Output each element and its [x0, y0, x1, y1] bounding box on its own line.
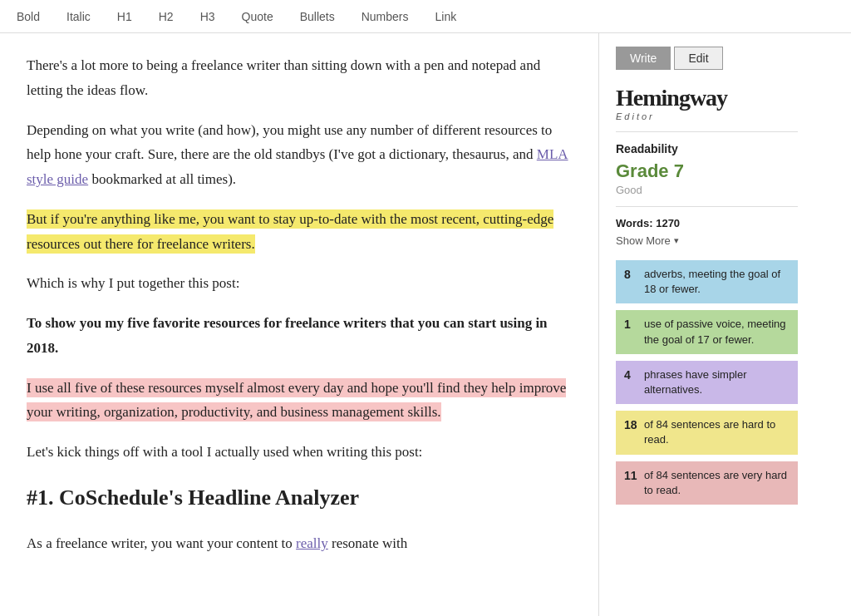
stat-simpler-text: phrases have simpler alternatives. [644, 367, 790, 397]
stat-cards: 8 adverbs, meeting the goal of 18 or few… [616, 260, 798, 505]
grade-label: Good [616, 184, 798, 196]
paragraph-6-highlighted: I use all five of these resources myself… [27, 376, 572, 426]
h3-button[interactable]: H3 [197, 8, 219, 25]
readability-label: Readability [616, 142, 798, 155]
paragraph-2-after: bookmarked at all times). [88, 171, 236, 187]
stat-very-hard-text: of 84 sentences are very hard to read. [644, 468, 790, 498]
main-layout: There's a lot more to being a freelance … [0, 33, 851, 616]
highlighted-text-pink: I use all five of these resources myself… [27, 378, 566, 422]
stat-adverbs-num: 8 [624, 267, 639, 283]
h1-button[interactable]: H1 [114, 8, 135, 25]
numbers-button[interactable]: Numbers [358, 8, 412, 25]
edit-tab[interactable]: Edit [674, 47, 722, 70]
paragraph-2-before: Depending on what you write (and how), y… [27, 122, 552, 163]
bold-text: To show you my five favorite resources f… [27, 315, 548, 356]
toolbar: Bold Italic H1 H2 H3 Quote Bullets Numbe… [0, 0, 851, 33]
app-branding: Hemingway Editor [616, 86, 798, 121]
app-title: Hemingway [616, 86, 798, 110]
stat-adverbs: 8 adverbs, meeting the goal of 18 or few… [616, 260, 798, 303]
paragraph-4: Which is why I put together this post: [27, 271, 572, 296]
paragraph-8-before: As a freelance writer, you want your con… [27, 535, 296, 551]
paragraph-8-after: resonate with [328, 535, 407, 551]
paragraph-1: There's a lot more to being a freelance … [27, 53, 572, 103]
grade-value: Grade 7 [616, 160, 798, 182]
stat-simpler-num: 4 [624, 367, 639, 384]
paragraph-5-bold: To show you my five favorite resources f… [27, 311, 572, 361]
paragraph-2: Depending on what you write (and how), y… [27, 118, 572, 192]
write-tab[interactable]: Write [616, 47, 671, 70]
editor-area[interactable]: There's a lot more to being a freelance … [0, 33, 598, 616]
section-heading-1: #1. CoSchedule's Headline Analyzer [27, 480, 572, 516]
divider-1 [616, 131, 798, 132]
stat-passive: 1 use of passive voice, meeting the goal… [616, 310, 798, 353]
paragraph-3-highlighted: But if you're anything like me, you want… [27, 207, 572, 257]
words-label: Words: [616, 217, 653, 229]
stat-hard: 18 of 84 sentences are hard to read. [616, 411, 798, 454]
really-link[interactable]: really [296, 535, 328, 551]
paragraph-8: As a freelance writer, you want your con… [27, 531, 572, 556]
stat-passive-num: 1 [624, 317, 639, 333]
app-subtitle: Editor [616, 111, 798, 121]
stat-simpler: 4 phrases have simpler alternatives. [616, 361, 798, 404]
write-edit-tab-group: Write Edit [616, 47, 798, 70]
words-count: 1270 [656, 217, 680, 229]
stat-very-hard: 11 of 84 sentences are very hard to read… [616, 461, 798, 505]
words-line: Words: 1270 [616, 217, 798, 229]
stat-adverbs-text: adverbs, meeting the goal of 18 or fewer… [644, 267, 790, 297]
divider-2 [616, 206, 798, 207]
stat-hard-text: of 84 sentences are hard to read. [644, 417, 790, 447]
show-more-button[interactable]: Show More [616, 234, 798, 247]
stat-very-hard-num: 11 [624, 468, 639, 485]
sidebar: Write Edit Hemingway Editor Readability … [598, 33, 814, 616]
h2-button[interactable]: H2 [155, 8, 177, 25]
paragraph-7: Let's kick things off with a tool I actu… [27, 440, 572, 465]
stat-hard-num: 18 [624, 417, 639, 434]
stat-passive-text: use of passive voice, meeting the goal o… [644, 317, 790, 347]
highlighted-text-yellow: But if you're anything like me, you want… [27, 209, 553, 254]
italic-button[interactable]: Italic [63, 8, 94, 25]
bold-button[interactable]: Bold [13, 8, 43, 25]
link-button[interactable]: Link [432, 8, 460, 25]
quote-button[interactable]: Quote [239, 8, 277, 25]
bullets-button[interactable]: Bullets [297, 8, 338, 25]
